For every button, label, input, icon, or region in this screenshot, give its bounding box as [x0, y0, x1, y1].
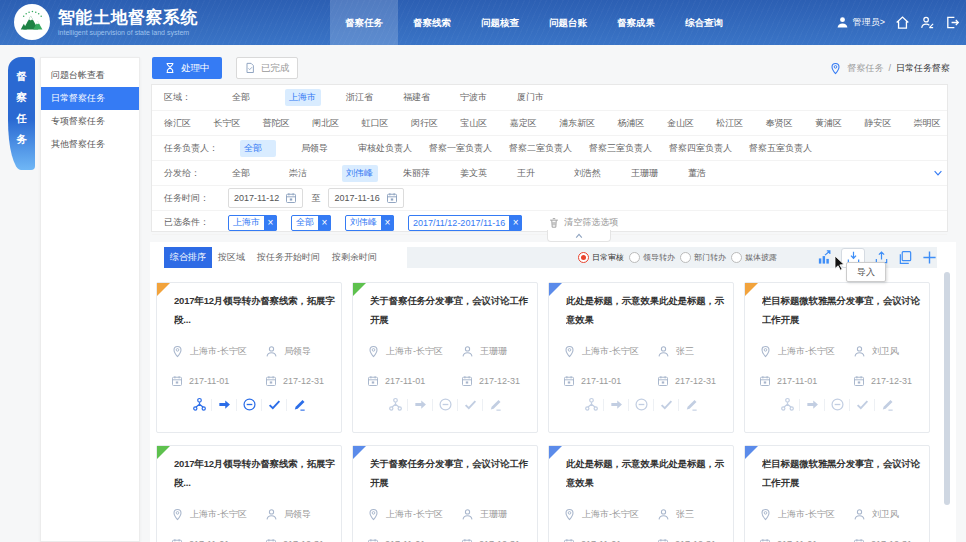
edit-action-icon[interactable] — [875, 397, 899, 412]
breadcrumb-root[interactable]: 督察任务 — [847, 62, 883, 75]
leader-item-3[interactable]: 审核处负责人 — [354, 140, 416, 157]
nav-item-2[interactable]: 督察线索 — [398, 0, 466, 45]
district-item-3[interactable]: 普陀区 — [263, 115, 290, 132]
sidebar-tab-supervision-task[interactable]: 督察任务 — [8, 57, 35, 170]
forward-action-icon[interactable] — [408, 397, 432, 412]
suspend-action-icon[interactable] — [825, 397, 849, 412]
tag-close-icon[interactable]: × — [264, 215, 277, 231]
processing-tab[interactable]: 处理中 — [152, 57, 222, 79]
dispatch-action-icon[interactable] — [579, 397, 603, 412]
copy-icon[interactable] — [898, 250, 913, 265]
edit-action-icon[interactable] — [287, 397, 311, 412]
nav-item-4[interactable]: 问题台账 — [534, 0, 602, 45]
assignee-expand-icon[interactable] — [932, 167, 944, 179]
done-tab[interactable]: 已完成 — [236, 57, 298, 79]
leader-item-7[interactable]: 督察四室负责人 — [665, 140, 736, 157]
district-item-11[interactable]: 金山区 — [667, 115, 694, 132]
assignee-item-8[interactable]: 王珊珊 — [627, 165, 663, 182]
complete-action-icon[interactable] — [458, 397, 482, 412]
leader-item-1[interactable]: 全部 — [240, 140, 276, 157]
sidebar-item-1[interactable]: 问题台帐查看 — [41, 64, 139, 87]
tag-close-icon[interactable]: × — [509, 215, 522, 231]
task-card-1[interactable]: 2017年12月领导转办督察线索，拓展字段...上海市-长宁区局领导217-11… — [156, 282, 342, 433]
assignee-item-3[interactable]: 刘伟峰 — [342, 165, 378, 182]
filter-collapse-button[interactable] — [547, 230, 611, 242]
assignee-item-5[interactable]: 姜文英 — [456, 165, 492, 182]
profile-icon[interactable] — [920, 15, 935, 30]
radio-1[interactable]: 日常审核 — [578, 252, 624, 263]
filter-tag-2[interactable]: 全部× — [291, 215, 331, 231]
assignee-item-1[interactable]: 全部 — [228, 165, 264, 182]
task-card-6[interactable]: 关于督察任务分发事宜，会议讨论工作开展上海市-长宁区王珊珊217-11-0121… — [352, 445, 538, 542]
district-item-14[interactable]: 黄浦区 — [815, 115, 842, 132]
filter-tag-3[interactable]: 刘伟峰× — [345, 215, 394, 231]
dispatch-action-icon[interactable] — [775, 397, 799, 412]
suspend-action-icon[interactable] — [237, 397, 261, 412]
assignee-item-2[interactable]: 崇洁 — [285, 165, 321, 182]
assignee-item-7[interactable]: 刘浩然 — [570, 165, 606, 182]
nav-item-1[interactable]: 督察任务 — [330, 0, 398, 45]
assignee-item-6[interactable]: 王升 — [513, 165, 549, 182]
leader-item-6[interactable]: 督察三室负责人 — [585, 140, 656, 157]
suspend-action-icon[interactable] — [433, 397, 457, 412]
dispatch-action-icon[interactable] — [187, 397, 211, 412]
task-card-3[interactable]: 此处是标题，示意效果此处是标题，示意效果上海市-长宁区张三217-11-0121… — [548, 282, 734, 433]
leader-item-2[interactable]: 局领导 — [297, 140, 333, 157]
complete-action-icon[interactable] — [654, 397, 678, 412]
district-item-10[interactable]: 杨浦区 — [618, 115, 645, 132]
vertical-scrollbar[interactable] — [944, 272, 950, 505]
forward-action-icon[interactable] — [604, 397, 628, 412]
forward-action-icon[interactable] — [800, 397, 824, 412]
home-icon[interactable] — [895, 15, 910, 30]
complete-action-icon[interactable] — [850, 397, 874, 412]
user-menu[interactable]: 管理员> — [836, 16, 885, 29]
nav-item-3[interactable]: 问题核查 — [466, 0, 534, 45]
tag-close-icon[interactable]: × — [381, 215, 394, 231]
region-item-6[interactable]: 厦门市 — [513, 89, 549, 106]
district-item-6[interactable]: 闵行区 — [411, 115, 438, 132]
tag-close-icon[interactable]: × — [318, 215, 331, 231]
suspend-action-icon[interactable] — [629, 397, 653, 412]
edit-action-icon[interactable] — [483, 397, 507, 412]
nav-item-6[interactable]: 综合查询 — [670, 0, 738, 45]
sort-tab-3[interactable]: 按任务开始时间 — [251, 247, 326, 268]
region-item-4[interactable]: 福建省 — [399, 89, 435, 106]
date-to-input[interactable]: 2017-11-16 — [328, 188, 403, 208]
district-item-13[interactable]: 奉贤区 — [766, 115, 793, 132]
leader-item-5[interactable]: 督察二室负责人 — [505, 140, 576, 157]
region-item-3[interactable]: 浙江省 — [342, 89, 378, 106]
sidebar-item-4[interactable]: 其他督察任务 — [41, 133, 139, 156]
district-item-12[interactable]: 松江区 — [716, 115, 743, 132]
district-item-8[interactable]: 嘉定区 — [510, 115, 537, 132]
region-item-1[interactable]: 全部 — [228, 89, 264, 106]
dispatch-action-icon[interactable] — [383, 397, 407, 412]
sort-tab-4[interactable]: 按剩余时间 — [326, 247, 383, 268]
sort-tab-2[interactable]: 按区域 — [212, 247, 251, 268]
district-item-5[interactable]: 虹口区 — [362, 115, 389, 132]
nav-item-5[interactable]: 督察成果 — [602, 0, 670, 45]
task-card-8[interactable]: 栏目标题微软雅黑分发事宜，会议讨论工作开展上海市-长宁区刘卫风217-11-01… — [744, 445, 930, 542]
edit-action-icon[interactable] — [679, 397, 703, 412]
district-item-15[interactable]: 静安区 — [864, 115, 891, 132]
task-card-5[interactable]: 2017年12月领导转办督察线索，拓展字段...上海市-长宁区局领导217-11… — [156, 445, 342, 542]
leader-item-8[interactable]: 督察五室负责人 — [745, 140, 816, 157]
radio-4[interactable]: 媒体披露 — [731, 252, 777, 263]
forward-action-icon[interactable] — [212, 397, 236, 412]
task-card-2[interactable]: 关于督察任务分发事宜，会议讨论工作开展上海市-长宁区王珊珊217-11-0121… — [352, 282, 538, 433]
region-item-5[interactable]: 宁波市 — [456, 89, 492, 106]
sort-tab-1[interactable]: 综合排序 — [164, 247, 212, 268]
district-item-4[interactable]: 闸北区 — [312, 115, 339, 132]
district-item-1[interactable]: 徐汇区 — [164, 115, 191, 132]
complete-action-icon[interactable] — [262, 397, 286, 412]
filter-tag-1[interactable]: 上海市× — [228, 215, 277, 231]
leader-item-4[interactable]: 督察一室负责人 — [425, 140, 496, 157]
sidebar-item-2[interactable]: 日常督察任务 — [41, 87, 139, 110]
district-item-9[interactable]: 浦东新区 — [559, 115, 595, 132]
assignee-item-4[interactable]: 朱丽萍 — [399, 165, 435, 182]
logout-icon[interactable] — [945, 15, 960, 30]
chart-icon[interactable] — [817, 250, 832, 265]
date-from-input[interactable]: 2017-11-12 — [228, 188, 303, 208]
clear-filters-button[interactable]: 清空筛选选项 — [548, 216, 618, 229]
district-item-2[interactable]: 长宁区 — [213, 115, 240, 132]
region-item-2[interactable]: 上海市 — [285, 89, 321, 106]
